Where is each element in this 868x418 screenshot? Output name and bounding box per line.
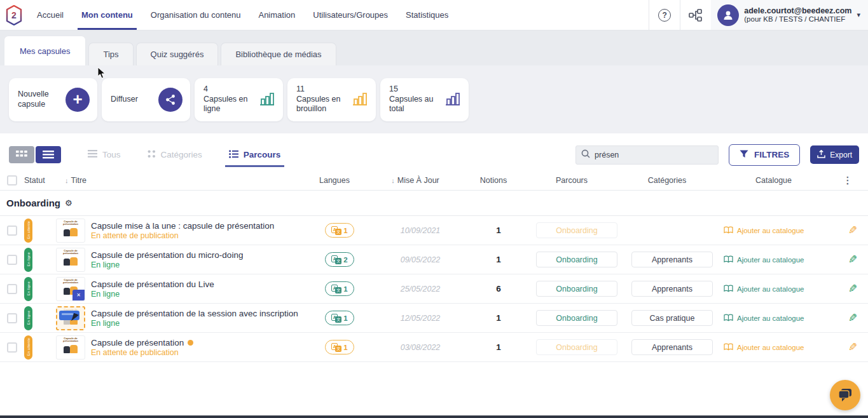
org-chart-button[interactable] — [680, 0, 711, 30]
add-to-catalogue-button[interactable]: Ajouter au catalogue — [724, 314, 804, 322]
book-icon — [724, 226, 733, 234]
table-row[interactable]: En attente Capsule de présentation ✕ Cap… — [0, 216, 868, 245]
list-view-button[interactable] — [36, 146, 61, 163]
diffuser-card[interactable]: Diffuser — [102, 78, 190, 121]
table-row[interactable]: En attente Capsule de présentation ✕ Cap… — [0, 333, 868, 362]
share-icon[interactable] — [158, 88, 183, 112]
languages-badge[interactable]: A文1 — [325, 340, 354, 354]
nav-utilisateurs-groupes[interactable]: Utilisateurs/Groupes — [304, 0, 397, 30]
beedeez-logo[interactable]: 2 — [0, 0, 28, 30]
languages-badge[interactable]: A文1 — [325, 311, 354, 325]
title-block: Capsule de présentation● En attente de p… — [91, 338, 193, 357]
capsule-title[interactable]: Capsule de présentation — [91, 338, 184, 347]
nav-statistiques[interactable]: Statistiques — [397, 0, 457, 30]
header-langues[interactable]: Langues — [301, 176, 368, 185]
window-bottom-edge — [0, 415, 868, 418]
account-menu[interactable]: adele.courtot@beedeez.com (pour KB / TES… — [711, 0, 868, 30]
categorie-chip[interactable]: Apprenants — [631, 252, 713, 267]
nav-accueil[interactable]: Accueil — [28, 0, 72, 30]
chat-widget-button[interactable] — [830, 380, 860, 410]
scope-tab-parcours[interactable]: Parcours — [228, 146, 282, 164]
capsules-en-ligne-card[interactable]: 4 Capsules en ligne — [195, 78, 283, 121]
tab-mes-capsules[interactable]: Mes capsules — [4, 36, 86, 65]
top-navigation-bar: 2 Accueil Mon contenu Organisation du co… — [0, 0, 868, 30]
help-button[interactable]: ? — [649, 0, 680, 30]
add-to-catalogue-button[interactable]: Ajouter au catalogue — [724, 285, 804, 293]
categorie-chip[interactable]: Cas pratique — [631, 310, 713, 326]
parcours-chip[interactable]: Onboarding — [536, 281, 617, 297]
header-categories[interactable]: Catégories — [619, 176, 715, 185]
capsules-brouillon-card[interactable]: 11 Capsules en brouillon — [287, 78, 376, 121]
new-capsule-card[interactable]: Nouvelle capsule + — [9, 78, 97, 121]
table-row[interactable]: En ligne Capsule de présentation ✕ Capsu… — [0, 245, 868, 274]
capsule-thumbnail[interactable]: Capsule de présentation ✕ — [56, 306, 85, 330]
group-title: Onboarding — [6, 198, 60, 208]
languages-badge[interactable]: A文1 — [325, 281, 354, 296]
add-to-catalogue-button[interactable]: Ajouter au catalogue — [724, 343, 804, 351]
scope-tab-categories[interactable]: Catégories — [146, 146, 203, 164]
row-checkbox[interactable] — [7, 313, 17, 323]
translate-icon: A文 — [331, 255, 341, 264]
tab-tips[interactable]: Tips — [88, 43, 133, 65]
grid-view-button[interactable] — [9, 146, 34, 163]
parcours-chip[interactable]: Onboarding — [536, 252, 617, 267]
search-input[interactable] — [595, 151, 713, 159]
add-to-catalogue-button[interactable]: Ajouter au catalogue — [724, 226, 804, 234]
gear-icon[interactable]: ⚙ — [65, 198, 72, 208]
translate-icon: A文 — [331, 314, 341, 323]
edit-pencil-icon[interactable]: ✎ — [848, 253, 857, 266]
header-titre[interactable]: ↓Titre — [56, 176, 301, 185]
capsules-total-card[interactable]: 15 Capsules au total — [380, 78, 469, 121]
edit-pencil-icon[interactable]: ✎ — [848, 282, 857, 295]
header-parcours[interactable]: Parcours — [524, 176, 619, 185]
capsule-title[interactable]: Capsule de présentation du Live — [91, 280, 214, 289]
plus-icon[interactable]: + — [65, 88, 90, 112]
parcours-chip[interactable]: Onboarding — [536, 222, 617, 238]
nav-mon-contenu[interactable]: Mon contenu — [72, 0, 142, 30]
funnel-icon — [740, 150, 748, 160]
publication-status: En ligne — [91, 260, 243, 269]
export-button[interactable]: Export — [810, 145, 859, 164]
capsule-title[interactable]: Capsule mise à la une : capsule de prése… — [91, 221, 274, 231]
table-row[interactable]: En ligne Capsule de présentation ✕ Capsu… — [0, 274, 868, 304]
capsule-thumbnail[interactable]: Capsule de présentation ✕ — [56, 277, 85, 301]
header-statut[interactable]: Statut — [24, 176, 56, 185]
nav-animation[interactable]: Animation — [249, 0, 304, 30]
tab-bibliotheque-medias[interactable]: Bibliothèque de médias — [221, 43, 336, 65]
capsule-title[interactable]: Capsule de présentation du micro-doing — [91, 250, 243, 260]
nav-organisation-du-contenu[interactable]: Organisation du contenu — [142, 0, 250, 30]
filters-button[interactable]: FILTRES — [729, 144, 800, 166]
header-notions[interactable]: Notions — [463, 176, 524, 185]
edit-pencil-icon[interactable]: ✎ — [848, 311, 857, 325]
capsule-thumbnail[interactable]: Capsule de présentation ✕ — [56, 248, 85, 272]
select-all-checkbox[interactable] — [7, 175, 17, 185]
languages-badge[interactable]: A文1 — [325, 223, 354, 238]
columns-menu-icon[interactable]: ⋮ — [843, 175, 853, 186]
thumbnail-illustration — [62, 344, 79, 354]
row-checkbox[interactable] — [7, 284, 17, 294]
header-catalogue[interactable]: Catalogue — [715, 176, 832, 185]
row-checkbox[interactable] — [7, 342, 17, 353]
scope-tab-label: Tous — [102, 150, 121, 159]
edit-pencil-icon[interactable]: ✎ — [848, 224, 857, 237]
languages-badge[interactable]: A文2 — [325, 252, 354, 267]
row-checkbox[interactable] — [7, 255, 17, 265]
parcours-chip[interactable]: Onboarding — [536, 310, 617, 326]
categorie-chip[interactable]: Apprenants — [631, 339, 713, 355]
edit-pencil-icon[interactable]: ✎ — [848, 340, 857, 354]
capsule-thumbnail[interactable]: Capsule de présentation ✕ — [56, 219, 85, 243]
header-mise-a-jour[interactable]: ↓Mise À Jour — [368, 176, 463, 185]
title-block: Capsule de présentation du micro-doing E… — [91, 250, 243, 269]
capsule-thumbnail[interactable]: Capsule de présentation ✕ — [56, 335, 85, 360]
capsule-title[interactable]: Capsule de présentation de la session av… — [91, 309, 298, 318]
parcours-chip[interactable]: Onboarding — [536, 339, 617, 355]
add-to-catalogue-button[interactable]: Ajouter au catalogue — [724, 255, 804, 264]
tab-quiz-suggeres[interactable]: Quiz suggérés — [136, 43, 219, 65]
scope-tab-tous[interactable]: Tous — [86, 146, 122, 163]
thumbnail-illustration — [62, 257, 79, 267]
bar-chart-icon — [259, 91, 275, 109]
scope-tab-label: Parcours — [244, 150, 281, 159]
table-row[interactable]: En ligne Capsule de présentation ✕ Capsu… — [0, 304, 868, 333]
categorie-chip[interactable]: Apprenants — [631, 281, 713, 297]
row-checkbox[interactable] — [7, 226, 17, 236]
